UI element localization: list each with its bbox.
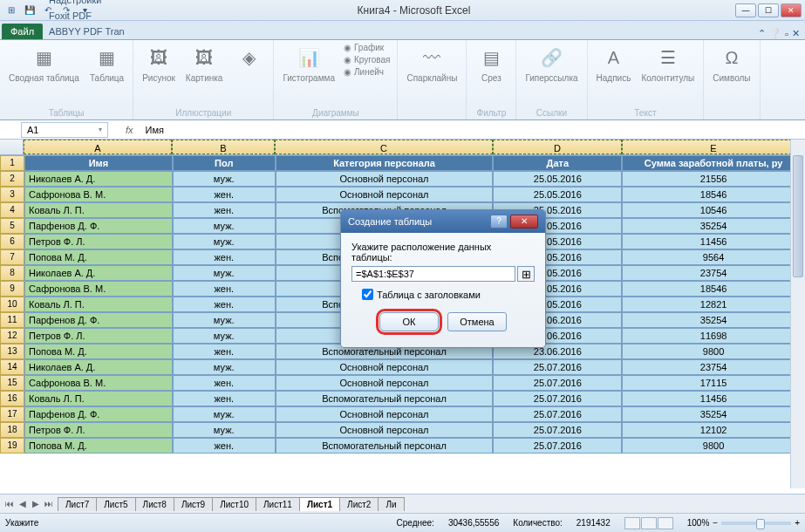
ribbon-button[interactable]: 🖼Картинка bbox=[182, 42, 227, 85]
data-cell[interactable]: Основной персонал bbox=[276, 359, 494, 375]
data-cell[interactable]: 25.07.2016 bbox=[493, 375, 622, 391]
range-selector-button[interactable]: ⊞ bbox=[517, 266, 535, 282]
data-cell[interactable]: 25.05.2016 bbox=[493, 187, 622, 202]
data-cell[interactable]: жен. bbox=[173, 391, 276, 406]
dialog-help-button[interactable]: ? bbox=[490, 215, 508, 228]
data-cell[interactable]: жен. bbox=[173, 249, 276, 265]
data-cell[interactable]: Попова М. Д. bbox=[24, 438, 173, 454]
data-cell[interactable]: муж. bbox=[173, 422, 276, 438]
data-cell[interactable]: Петров Ф. Л. bbox=[24, 234, 173, 249]
ribbon-button[interactable]: 🖼Рисунок bbox=[139, 42, 179, 85]
headers-checkbox-label[interactable]: Таблица с заголовками bbox=[377, 290, 481, 300]
data-cell[interactable]: 17115 bbox=[622, 375, 805, 391]
row-header[interactable]: 5 bbox=[0, 218, 24, 234]
data-cell[interactable]: Сафронова В. М. bbox=[24, 187, 173, 202]
vertical-scrollbar[interactable] bbox=[790, 140, 805, 488]
data-cell[interactable]: 11456 bbox=[622, 391, 805, 406]
column-header[interactable]: C bbox=[275, 140, 493, 154]
row-header[interactable]: 12 bbox=[0, 328, 24, 344]
data-cell[interactable]: Попова М. Д. bbox=[24, 344, 173, 359]
row-header[interactable]: 18 bbox=[0, 422, 24, 438]
cancel-button[interactable]: Отмена bbox=[447, 312, 507, 331]
data-cell[interactable]: Николаев А. Д. bbox=[24, 359, 173, 375]
header-cell[interactable]: Категория персонала bbox=[276, 155, 494, 171]
row-header[interactable]: 13 bbox=[0, 344, 24, 359]
range-input[interactable] bbox=[351, 266, 515, 282]
name-box[interactable]: A1 bbox=[21, 122, 108, 138]
dialog-title-bar[interactable]: Создание таблицы ? ✕ bbox=[341, 210, 545, 233]
ribbon-tab[interactable]: Foxit PDF bbox=[43, 8, 131, 24]
row-header[interactable]: 7 bbox=[0, 249, 24, 265]
data-cell[interactable]: 12102 bbox=[622, 422, 805, 438]
sheet-tab[interactable]: Лист1 bbox=[299, 497, 340, 511]
row-header[interactable]: 4 bbox=[0, 202, 24, 218]
data-cell[interactable]: 23754 bbox=[622, 265, 805, 281]
ribbon-tab[interactable]: Надстройки bbox=[43, 0, 131, 8]
data-cell[interactable]: жен. bbox=[173, 281, 276, 297]
help-icon[interactable]: ❔ bbox=[769, 28, 781, 39]
close-workbook-icon[interactable]: ✕ bbox=[792, 28, 800, 39]
row-header[interactable]: 19 bbox=[0, 438, 24, 454]
data-cell[interactable]: муж. bbox=[173, 406, 276, 422]
row-header[interactable]: 1 bbox=[0, 155, 24, 171]
dialog-close-button[interactable]: ✕ bbox=[510, 215, 538, 228]
ribbon-button[interactable]: ΩСимволы bbox=[709, 42, 754, 85]
data-cell[interactable]: 25.05.2016 bbox=[493, 171, 622, 187]
data-cell[interactable]: Парфенов Д. Ф. bbox=[24, 218, 173, 234]
sheet-tab[interactable]: Лист7 bbox=[58, 497, 97, 511]
maximize-button[interactable]: ☐ bbox=[758, 3, 779, 17]
sheet-prev-icon[interactable]: ◀ bbox=[17, 499, 29, 508]
ribbon-button[interactable]: 🔗Гиперссылка bbox=[522, 42, 581, 85]
close-button[interactable]: ✕ bbox=[781, 3, 802, 17]
ribbon-button[interactable]: 📊Гистограмма bbox=[279, 42, 338, 85]
data-cell[interactable]: Сафронова В. М. bbox=[24, 375, 173, 391]
data-cell[interactable]: муж. bbox=[173, 218, 276, 234]
ribbon-small-button[interactable]: ◉Линейч bbox=[342, 66, 392, 78]
data-cell[interactable]: муж. bbox=[173, 328, 276, 344]
column-header[interactable]: E bbox=[622, 140, 805, 154]
excel-icon[interactable]: ⊞ bbox=[3, 3, 19, 18]
data-cell[interactable]: 25.07.2016 bbox=[493, 391, 622, 406]
header-cell[interactable]: Сумма заработной платы, ру bbox=[622, 155, 805, 171]
row-header[interactable]: 3 bbox=[0, 187, 24, 202]
page-layout-view-button[interactable] bbox=[641, 517, 657, 529]
header-cell[interactable]: Дата bbox=[493, 155, 622, 171]
data-cell[interactable]: 12821 bbox=[622, 297, 805, 312]
data-cell[interactable]: Основной персонал bbox=[276, 187, 494, 202]
data-cell[interactable]: Коваль Л. П. bbox=[24, 391, 173, 406]
fx-icon[interactable]: fx bbox=[119, 125, 140, 135]
data-cell[interactable]: жен. bbox=[173, 375, 276, 391]
sheet-tab[interactable]: Лист11 bbox=[256, 497, 300, 511]
data-cell[interactable]: Сафронова В. М. bbox=[24, 281, 173, 297]
ribbon-button[interactable]: AНадпись bbox=[593, 42, 635, 85]
row-header[interactable]: 10 bbox=[0, 297, 24, 312]
row-header[interactable]: 9 bbox=[0, 281, 24, 297]
sheet-tab[interactable]: Лист2 bbox=[339, 497, 379, 511]
ribbon-button[interactable]: ▤Срез bbox=[472, 42, 510, 85]
formula-input[interactable]: Имя bbox=[140, 123, 805, 137]
save-icon[interactable]: 💾 bbox=[22, 3, 38, 18]
select-all-corner[interactable] bbox=[0, 140, 24, 154]
ribbon-small-button[interactable]: ◉График bbox=[342, 42, 392, 53]
data-cell[interactable]: жен. bbox=[173, 344, 276, 359]
data-cell[interactable]: Петров Ф. Л. bbox=[24, 422, 173, 438]
data-cell[interactable]: 10546 bbox=[622, 202, 805, 218]
data-cell[interactable]: 25.07.2016 bbox=[493, 359, 622, 375]
data-cell[interactable]: муж. bbox=[173, 359, 276, 375]
sheet-tab[interactable]: Лист9 bbox=[174, 497, 213, 511]
ribbon-button[interactable]: ◈ bbox=[229, 42, 268, 75]
ribbon-small-button[interactable]: ◉Круговая bbox=[342, 54, 392, 65]
file-tab[interactable]: Файл bbox=[2, 24, 43, 39]
ribbon-button[interactable]: ☰Колонтитулы bbox=[638, 42, 698, 85]
data-cell[interactable]: 25.07.2016 bbox=[493, 438, 622, 454]
row-header[interactable]: 11 bbox=[0, 312, 24, 328]
sheet-tab[interactable]: Лист10 bbox=[212, 497, 256, 511]
data-cell[interactable]: муж. bbox=[173, 312, 276, 328]
data-cell[interactable]: 35254 bbox=[622, 312, 805, 328]
zoom-value[interactable]: 100% bbox=[687, 518, 710, 528]
data-cell[interactable]: Основной персонал bbox=[276, 375, 494, 391]
header-cell[interactable]: Пол bbox=[173, 155, 276, 171]
data-cell[interactable]: 18546 bbox=[622, 281, 805, 297]
data-cell[interactable]: Основной персонал bbox=[276, 406, 494, 422]
data-cell[interactable]: Основной персонал bbox=[276, 171, 494, 187]
